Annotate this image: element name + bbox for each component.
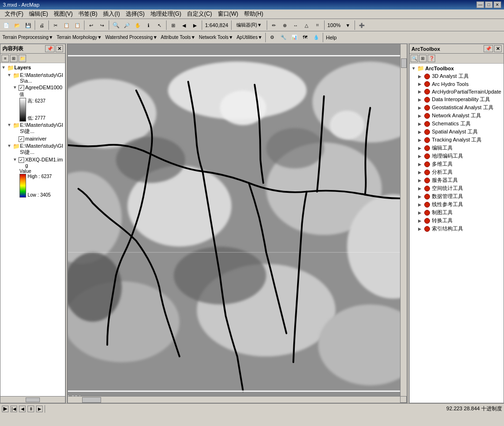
toolbox-icon-3[interactable]: ❓ [428,55,435,62]
toolbox-tracking[interactable]: ▶ Tracking Analyst 工具 [411,136,503,144]
toolbox-cartography[interactable]: ▶ 制图工具 [411,208,503,217]
zoom-out-button[interactable]: 🔎 [121,20,132,30]
edit-tool-1[interactable]: ✏ [269,20,279,30]
vscroll-thumb[interactable] [401,58,407,68]
edit-tool-2[interactable]: ⊕ [280,20,290,30]
menu-customize[interactable]: 自定义(C) [184,9,215,19]
menu-bookmarks[interactable]: 书签(B) [75,9,100,19]
new-button[interactable]: 📄 [1,20,11,30]
toolbox-server[interactable]: ▶ 服务器工具 [411,176,503,184]
status-nav-3[interactable]: ⏸ [28,406,34,412]
hscroll-thumb[interactable] [82,397,101,403]
toc-source-btn[interactable]: 📁 [19,55,26,62]
menu-geoprocessing[interactable]: 地理处理(G) [148,9,184,19]
watershed-processing-btn[interactable]: Watershed Processing▼ [104,32,159,43]
menu-help[interactable]: 帮助(H) [241,9,266,19]
ext-icon-3[interactable]: 📊 [289,32,299,43]
toc-folder-2-header[interactable]: ▼ 📁 E:\Master\study\GIS\捷... [7,122,64,135]
menu-view[interactable]: 视图(V) [51,9,75,19]
map-hscrollbar[interactable] [68,396,400,403]
toolbox-close-button[interactable]: ✕ [494,45,502,52]
terrain-preprocessing-btn[interactable]: Terrain Preprocessing▼ [1,32,55,43]
toc-folder-3-header[interactable]: ▼ 📁 E:\Master\study\GIS\捷... [7,142,64,156]
toc-hscroll-thumb[interactable] [26,398,40,402]
toolbox-geocode[interactable]: ▶ 地理编码工具 [411,152,503,160]
toc-mainriver-layer[interactable]: mainriver [13,135,64,142]
toolbox-root[interactable]: ▼ 📁 ArcToolbox [411,65,503,72]
zoom-pct-dropdown[interactable]: ▼ [343,20,353,30]
status-expand-btn[interactable]: ▶ [2,406,9,412]
menu-edit[interactable]: 编辑(E) [26,9,51,19]
agreedm-checkbox[interactable] [19,85,24,91]
map-vscrollbar[interactable] [400,44,407,396]
toc-agreedm-layer[interactable]: ▼ AgreeDEM1000 [13,84,64,91]
close-button[interactable]: ✕ [494,1,501,8]
print-button[interactable]: 🖨 [37,20,47,30]
zoom-next-button[interactable]: ▶ [190,20,200,30]
toc-folder-1-header[interactable]: ▼ 📁 E:\Master\study\GIS\a... [7,72,64,84]
full-extent-button[interactable]: ⊞ [168,20,178,30]
zoom-prev-button[interactable]: ◀ [179,20,189,30]
edit-tool-3[interactable]: ↔ [290,20,301,30]
toolbox-icon-2[interactable]: ⊞ [419,55,427,62]
zoom-in-button[interactable]: 🔍 [111,20,121,30]
toolbox-spatial-stats[interactable]: ▶ 空间统计工具 [411,184,503,192]
toolbox-spatial[interactable]: ▶ Spatial Analyst 工具 [411,128,503,136]
xbxq-checkbox[interactable] [19,157,24,163]
toc-layers-root[interactable]: ▼ 📁 Layers [1,64,64,72]
status-nav-4[interactable]: ▶ [36,406,43,412]
toolbox-network[interactable]: ▶ Network Analyst 工具 [411,112,503,120]
toolbox-linear-ref[interactable]: ▶ 线性参考工具 [411,200,503,208]
toolbox-topology[interactable]: ▶ 索引结构工具 [411,225,503,233]
aputilities-btn[interactable]: ApUtilities▼ [235,32,263,43]
cut-button[interactable]: ✂ [50,20,61,30]
toc-xbxq-layer[interactable]: ▼ XBXQ-DEM1.img [13,156,64,169]
toolbox-icon-1[interactable]: 🔍 [411,55,418,62]
edit-tool-5[interactable]: ⌗ [312,20,323,30]
toc-pin-button[interactable]: 📌 [45,45,55,52]
toc-close-button[interactable]: ✕ [56,45,63,52]
undo-button[interactable]: ↩ [86,20,96,30]
toolbox-data-mgmt[interactable]: ▶ 数据管理工具 [411,192,503,200]
ext-icon-2[interactable]: 🔧 [278,32,289,43]
toolbox-schematics[interactable]: ▶ Schematics 工具 [411,120,503,128]
toc-scroll-h[interactable] [0,396,65,403]
toolbox-archydro-partial[interactable]: ▶ ArcHydroPartialTerrainUpdate [411,88,503,95]
editor-dropdown[interactable]: 编辑器(R)▼ [233,20,265,30]
toolbox-edit[interactable]: ▶ 编辑工具 [411,144,503,152]
paste-button[interactable]: 📋 [72,20,83,30]
ext-icon-4[interactable]: 🗺 [300,32,310,43]
toolbox-data-interop[interactable]: ▶ Data Interoperability 工具 [411,95,503,104]
redo-button[interactable]: ↪ [97,20,107,30]
menu-windows[interactable]: 窗口(W) [215,9,241,19]
open-button[interactable]: 📂 [12,20,22,30]
edit-tool-4[interactable]: △ [301,20,312,30]
toolbox-3d-analyst[interactable]: ▶ 3D Analyst 工具 [411,72,503,80]
toolbox-multidim[interactable]: ▶ 多维工具 [411,160,503,168]
toolbox-conversion[interactable]: ▶ 转换工具 [411,217,503,225]
menu-insert[interactable]: 插入(I) [100,9,122,19]
ext-icon-1[interactable]: ⚙ [267,32,278,43]
network-tools-btn[interactable]: Network Tools▼ [197,32,235,43]
toolbox-arc-hydro[interactable]: ▶ Arc Hydro Tools [411,80,503,88]
select-button[interactable]: ↖ [154,20,165,30]
status-nav-1[interactable]: |◀ [10,406,17,412]
toolbox-pin-button[interactable]: 📌 [484,45,493,52]
identify-button[interactable]: ℹ [143,20,154,30]
maximize-button[interactable]: □ [485,1,493,8]
status-nav-2[interactable]: ◀ [19,406,26,412]
attribute-tools-btn[interactable]: Attribute Tools▼ [159,32,197,43]
toc-icon-view-btn[interactable]: ⊞ [10,55,18,62]
pan-button[interactable]: ✋ [132,20,143,30]
menu-file[interactable]: 文件(F) [2,9,26,19]
save-button[interactable]: 💾 [23,20,33,30]
terrain-morphology-btn[interactable]: Terrain Morphology▼ [55,32,103,43]
map-area[interactable]: 1:640,824 [67,44,407,403]
mainriver-checkbox[interactable] [19,136,24,142]
menu-selection[interactable]: 选择(S) [123,9,148,19]
copy-button[interactable]: 📋 [61,20,72,30]
toolbox-geostat[interactable]: ▶ Geostatistical Analyst 工具 [411,104,503,112]
add-data-button[interactable]: ➕ [356,20,367,30]
toc-list-view-btn[interactable]: ≡ [1,55,9,62]
toolbox-analysis[interactable]: ▶ 分析工具 [411,168,503,176]
